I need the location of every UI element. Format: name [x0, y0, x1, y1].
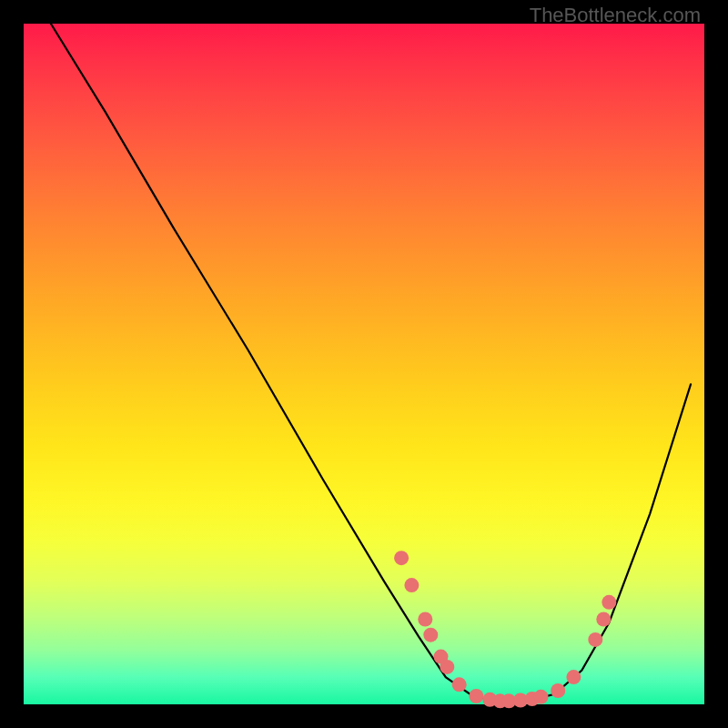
bottleneck-curve: [51, 24, 691, 701]
data-point: [596, 612, 611, 627]
chart-stage: TheBottleneck.com: [0, 0, 728, 728]
data-point: [404, 578, 419, 592]
data-point: [423, 628, 438, 642]
attribution-label: TheBottleneck.com: [530, 4, 701, 27]
data-point: [469, 689, 483, 703]
data-point: [452, 677, 467, 692]
data-point: [566, 670, 581, 684]
bottleneck-curve-layer: [24, 24, 704, 704]
data-point: [394, 551, 409, 565]
data-point: [602, 595, 616, 610]
data-point: [440, 660, 454, 674]
data-point: [551, 683, 565, 698]
data-point: [588, 632, 602, 647]
data-points-group: [394, 551, 616, 708]
gradient-plot-area: [24, 24, 704, 704]
data-point: [418, 612, 432, 627]
data-point: [534, 690, 549, 704]
